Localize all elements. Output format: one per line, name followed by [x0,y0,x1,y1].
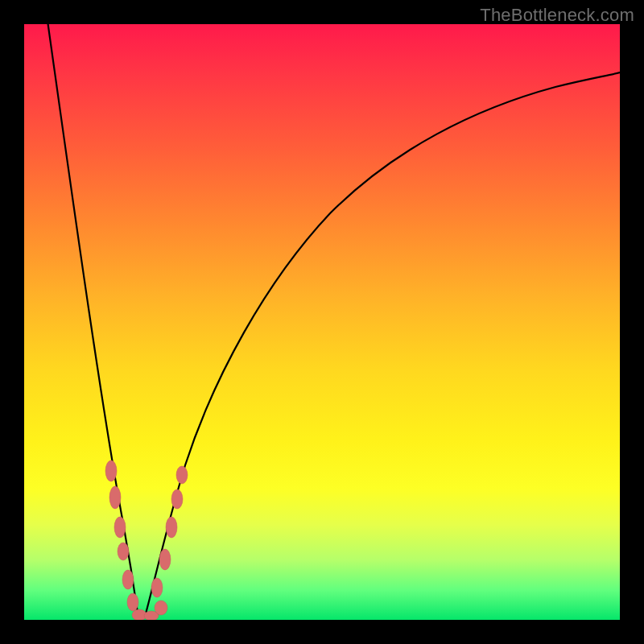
marker-dot [127,593,138,611]
chart-svg [24,24,620,620]
marker-dot [151,578,163,597]
marker-dot [122,570,134,589]
bottleneck-curve [48,24,620,620]
marker-dot [171,489,183,509]
curve-group [48,24,620,620]
marker-group [105,460,188,620]
marker-dot [114,517,126,538]
marker-dot [166,517,177,538]
marker-dot [109,486,121,509]
plot-area [24,24,620,620]
watermark-text: TheBottleneck.com [480,5,634,26]
marker-dot [105,460,117,481]
marker-dot [159,549,171,570]
marker-dot [176,466,188,484]
marker-dot [155,601,167,615]
marker-dot [118,543,129,560]
chart-frame: TheBottleneck.com [0,0,644,644]
